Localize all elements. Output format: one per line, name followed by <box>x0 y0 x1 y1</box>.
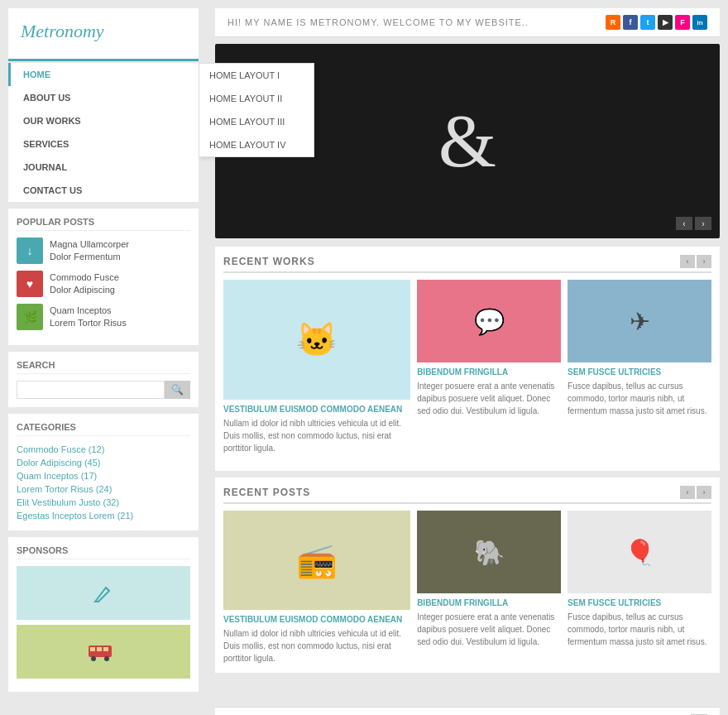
categories-list: Commodo Fusce (12) Dolor Adipiscing (45)… <box>17 443 190 522</box>
post-desc-3: Fusce dapibus, tellus ac cursus commodo,… <box>568 611 711 648</box>
recent-works-section: RECENT WORKS ‹ › 🐱 VESTIBULUM EUISMOD CO… <box>215 247 720 471</box>
recent-posts-nav: ‹ › <box>680 486 711 499</box>
category-item-4[interactable]: Lorem Tortor Risus (24) <box>17 482 190 496</box>
work-title-2: BIBENDUM FRINGILLA <box>417 367 561 377</box>
work-item-2: 💬 BIBENDUM FRINGILLA Integer posuere era… <box>417 280 561 454</box>
post-thumb-1: ↓ <box>17 238 43 264</box>
post-title-2b: Dolor Adipiscing <box>50 284 119 296</box>
nav-item-journal[interactable]: JOURNAL <box>8 156 199 179</box>
works-next-button[interactable]: › <box>697 255 711 268</box>
category-item-2[interactable]: Dolor Adipiscing (45) <box>17 456 190 469</box>
category-item-3[interactable]: Quam Inceptos (17) <box>17 469 190 482</box>
posts-next-button[interactable]: › <box>697 486 711 499</box>
footer: © 2011 Metronomy. All Rights Reserved. ▲ <box>215 707 720 715</box>
nav-link-journal[interactable]: JOURNAL <box>8 156 199 179</box>
social-links: R f t ▶ F in <box>606 15 707 30</box>
nav-item-works[interactable]: OUR WORKS <box>8 109 199 132</box>
posts-prev-button[interactable]: ‹ <box>680 486 695 499</box>
nav-link-services[interactable]: SERVICES <box>8 132 199 156</box>
hero-ampersand: & <box>438 98 496 184</box>
nav-item-contact[interactable]: CONTACT US <box>8 179 199 202</box>
post-title-2a: Commodo Fusce <box>50 271 119 284</box>
popular-post-1: ↓ Magna Ullamcorper Dolor Fermentum <box>17 238 190 264</box>
dropdown-item-4[interactable]: HOME LAYOUT IV <box>199 133 314 156</box>
work-title-3: SEM FUSCE ULTRICIES <box>568 367 711 377</box>
linkedin-icon[interactable]: in <box>692 15 707 30</box>
post-icon-2: 🐘 <box>474 538 505 567</box>
svg-rect-4 <box>90 647 95 651</box>
site-title: Metronomy <box>21 21 186 42</box>
post-title-1a: Magna Ullamcorper <box>50 238 129 251</box>
work-item-large: 🐱 VESTIBULUM EUISMOD COMMODO AENEAN Null… <box>223 280 410 454</box>
recent-works-header: RECENT WORKS ‹ › <box>223 255 711 273</box>
post-item-2: 🐘 BIBENDUM FRINGILLA Integer posuere era… <box>417 511 561 665</box>
flickr-icon[interactable]: F <box>675 15 690 30</box>
work-thumb-2: 💬 <box>417 280 561 362</box>
post-title-3: SEM FUSCE ULTRICIES <box>568 598 711 607</box>
work-thumb-large: 🐱 <box>223 280 410 400</box>
youtube-icon[interactable]: ▶ <box>658 15 673 30</box>
posts-grid: 📻 VESTIBULUM EUISMOD COMMODO AENEAN Null… <box>223 511 711 665</box>
home-dropdown: HOME LAYOUT I HOME LAYOUT II HOME LAYOUT… <box>199 63 314 157</box>
search-section: SEARCH 🔍 <box>8 352 199 407</box>
greeting-text: HI! MY NAME IS METRONOMY. WELCOME TO MY … <box>228 17 529 27</box>
sponsors-title: SPONSORS <box>17 545 190 559</box>
hero-next-arrow[interactable]: › <box>695 217 711 230</box>
nav-item-services[interactable]: SERVICES <box>8 132 199 156</box>
post-desc-2: Integer posuere erat a ante venenatis da… <box>417 611 561 648</box>
nav-link-home[interactable]: HOME <box>8 63 199 86</box>
facebook-icon[interactable]: f <box>623 15 638 30</box>
dropdown-item-2[interactable]: HOME LAYOUT II <box>199 87 314 110</box>
nav-link-works[interactable]: OUR WORKS <box>8 109 199 132</box>
post-title-1b: Dolor Fermentum <box>50 251 129 263</box>
popular-posts-title: POPULAR POSTS <box>17 217 190 231</box>
popular-post-3: 🌿 Quam Inceptos Lorem Tortor Risus <box>17 304 190 330</box>
nav-list: HOME HOME LAYOUT I HOME LAYOUT II HOME L… <box>8 63 199 202</box>
post-icon-1: 📻 <box>296 541 338 580</box>
post-thumb-2: ♥ <box>17 271 43 297</box>
categories-title: CATEGORIES <box>17 422 190 436</box>
post-item-large: 📻 VESTIBULUM EUISMOD COMMODO AENEAN Null… <box>223 511 410 665</box>
post-title-3b: Lorem Tortor Risus <box>50 317 127 329</box>
nav-item-home[interactable]: HOME HOME LAYOUT I HOME LAYOUT II HOME L… <box>8 63 199 86</box>
nav-link-contact[interactable]: CONTACT US <box>8 179 199 202</box>
post-thumb-2: 🐘 <box>417 511 561 593</box>
recent-works-nav: ‹ › <box>680 255 711 268</box>
svg-line-0 <box>106 588 109 591</box>
recent-posts-section: RECENT POSTS ‹ › 📻 VESTIBULUM EUISMOD CO… <box>215 477 720 673</box>
recent-posts-header: RECENT POSTS ‹ › <box>223 486 711 504</box>
dropdown-item-3[interactable]: HOME LAYOUT III <box>199 110 314 133</box>
rss-icon[interactable]: R <box>606 15 620 30</box>
work-item-3: ✈ SEM FUSCE ULTRICIES Fusce dapibus, tel… <box>568 280 711 454</box>
work-icon-2: 💬 <box>474 307 505 336</box>
post-thumb-3: 🌿 <box>17 304 43 330</box>
recent-works-title: RECENT WORKS <box>223 256 315 267</box>
post-thumb-3: 🎈 <box>568 511 711 593</box>
search-title: SEARCH <box>17 360 190 374</box>
search-input[interactable] <box>17 381 165 399</box>
popular-post-2: ♥ Commodo Fusce Dolor Adipiscing <box>17 271 190 297</box>
work-desc-1: Nullam id dolor id nibh ultricies vehicu… <box>223 417 410 454</box>
nav-link-about[interactable]: ABOUT US <box>8 86 199 109</box>
post-desc-large: Nullam id dolor id nibh ultricies vehicu… <box>223 627 410 665</box>
search-box: 🔍 <box>17 381 190 399</box>
search-button[interactable]: 🔍 <box>165 381 190 399</box>
work-icon-1: 🐱 <box>296 320 338 359</box>
category-item-6[interactable]: Egestas Inceptos Lorem (21) <box>17 509 190 522</box>
category-item-5[interactable]: Elit Vestibulum Justo (32) <box>17 496 190 509</box>
svg-point-3 <box>104 656 109 661</box>
post-title-3a: Quam Inceptos <box>50 305 127 317</box>
works-prev-button[interactable]: ‹ <box>680 255 695 268</box>
work-desc-3: Fusce dapibus, tellus ac cursus commodo,… <box>568 380 711 417</box>
svg-rect-6 <box>103 647 108 651</box>
dropdown-item-1[interactable]: HOME LAYOUT I <box>199 64 314 87</box>
svg-point-2 <box>91 656 96 661</box>
sponsor-1 <box>17 566 190 620</box>
svg-rect-5 <box>97 647 102 651</box>
twitter-icon[interactable]: t <box>640 15 655 30</box>
categories-section: CATEGORIES Commodo Fusce (12) Dolor Adip… <box>8 414 199 530</box>
nav-item-about[interactable]: ABOUT US <box>8 86 199 109</box>
pen-icon <box>91 581 116 606</box>
category-item-1[interactable]: Commodo Fusce (12) <box>17 443 190 456</box>
hero-prev-arrow[interactable]: ‹ <box>676 217 692 230</box>
